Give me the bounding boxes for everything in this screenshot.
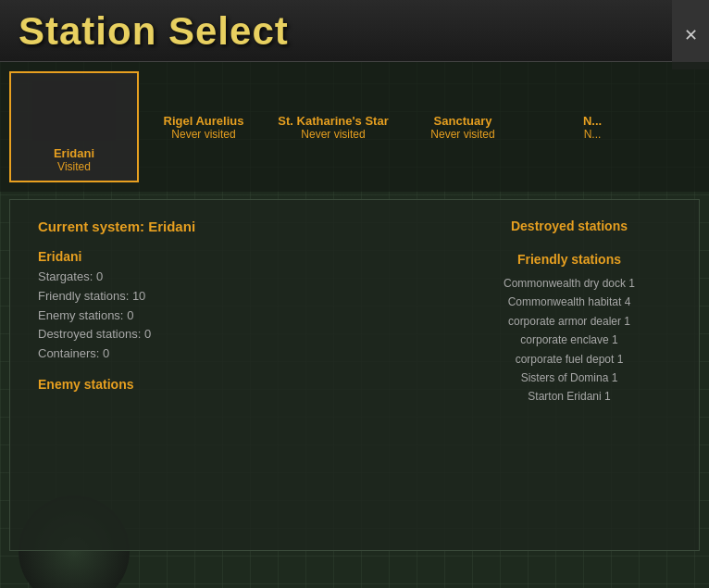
close-button[interactable]: ✕ [672,0,709,69]
destroyed-stations-header: Destroyed stations [477,219,662,233]
header-bar: Station Select ✕ [0,0,709,62]
system-status-eridani: Visited [57,160,91,173]
friendly-stations-value: 10 [132,289,145,303]
containers-label: Containers: [38,346,99,360]
system-name-sanctuary: Sanctuary [434,114,492,128]
right-panel: Destroyed stations Friendly stations Com… [477,219,662,407]
systems-row: Eridani Visited Rigel Aurelius Never vis… [0,62,709,192]
system-name-partial: N... [583,114,602,128]
friendly-station-item: Commonwealth habitat 4 [477,293,662,311]
main-content-panel: Current system: Eridani Eridani Stargate… [9,199,700,551]
friendly-station-item: Commonwealth dry dock 1 [477,274,662,293]
system-name-eridani: Eridani [54,146,94,160]
system-card-rigel[interactable]: Rigel Aurelius Never visited [139,71,268,182]
system-card-eridani[interactable]: Eridani Visited [9,71,139,182]
enemy-stations-label: Enemy stations: [38,308,124,322]
containers-value: 0 [103,346,109,360]
stargates-value: 0 [96,269,103,283]
system-status-rigel: Never visited [171,128,235,141]
destroyed-stations-value: 0 [144,327,151,341]
system-thumbnail-eridani [32,81,116,141]
system-status-partial: N... [584,128,602,141]
friendly-station-item: corporate fuel depot 1 [477,350,662,369]
enemy-stations-value: 0 [127,308,133,322]
friendly-station-item: Sisters of Domina 1 [477,369,662,387]
system-name-rigel: Rigel Aurelius [164,114,244,128]
page-title: Station Select [19,9,289,53]
friendly-station-item: corporate enclave 1 [477,331,662,349]
close-icon: ✕ [684,25,698,45]
friendly-stations-list: Commonwealth dry dock 1Commonwealth habi… [477,274,662,407]
destroyed-stations-label: Destroyed stations: [38,327,141,341]
friendly-stations-header: Friendly stations [477,252,662,267]
system-name-katharine: St. Katharine's Star [278,114,388,128]
system-card-katharine[interactable]: St. Katharine's Star Never visited [268,71,398,182]
friendly-station-item: Starton Eridani 1 [477,387,662,406]
system-card-partial[interactable]: N... N... [528,71,657,182]
stargates-label: Stargates: [38,269,93,283]
friendly-station-item: corporate armor dealer 1 [477,312,662,331]
system-card-sanctuary[interactable]: Sanctuary Never visited [398,71,528,182]
system-status-katharine: Never visited [301,128,365,141]
system-status-sanctuary: Never visited [430,128,494,141]
friendly-stations-label: Friendly stations: [38,289,129,303]
